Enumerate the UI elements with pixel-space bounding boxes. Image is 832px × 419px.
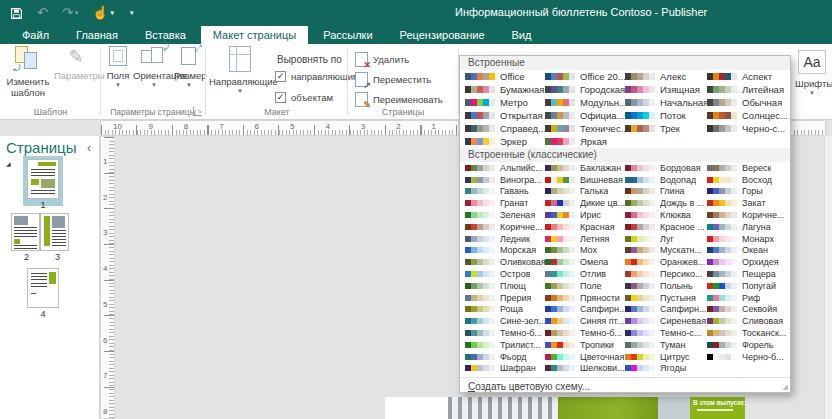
color-scheme-option[interactable]: Шелкови... <box>545 363 625 375</box>
vertical-scrollbar[interactable] <box>824 136 832 419</box>
color-scheme-option[interactable]: Шафран <box>465 363 545 375</box>
color-scheme-option[interactable]: Форель <box>707 339 791 351</box>
color-scheme-option[interactable]: Глина <box>625 186 707 198</box>
color-scheme-option[interactable]: Тропики <box>545 339 625 351</box>
color-scheme-option[interactable]: Сиреневая <box>625 315 707 327</box>
tab-mailings[interactable]: Рассылки <box>311 26 384 44</box>
color-scheme-option[interactable]: Омела <box>545 256 625 268</box>
color-scheme-option[interactable]: Открытая <box>465 109 545 122</box>
color-scheme-option[interactable]: Восход <box>707 174 791 186</box>
resize-handle-icon[interactable]: ◢ <box>783 383 788 391</box>
color-scheme-option[interactable]: Красная <box>545 221 625 233</box>
color-scheme-option[interactable]: Оливковая <box>465 256 545 268</box>
color-scheme-option[interactable]: Мох <box>545 245 625 257</box>
margins-button[interactable]: Поля ▾ <box>103 46 133 89</box>
page-thumbnail-4[interactable]: 4 <box>27 268 59 319</box>
color-scheme-option[interactable]: Полынь <box>625 280 707 292</box>
color-scheme-option[interactable]: Справед... <box>465 122 545 135</box>
page-setup-dialog-launcher-icon[interactable]: ↘ <box>193 107 202 116</box>
color-scheme-option[interactable]: Яркая <box>545 135 625 148</box>
page-thumbnail-2-3[interactable]: 2 3 <box>11 213 73 262</box>
color-scheme-option[interactable]: Трилист... <box>465 339 545 351</box>
color-scheme-option[interactable]: Виногра... <box>465 174 545 186</box>
color-scheme-option[interactable]: Черно-б... <box>707 351 791 363</box>
color-scheme-option[interactable]: Зеленая <box>465 209 545 221</box>
size-button[interactable]: ⤢ Размер ▾ <box>174 46 204 89</box>
touch-mouse-mode-button[interactable]: ☝▾ <box>92 3 114 23</box>
options-button[interactable]: ✎ Параметры <box>54 46 98 81</box>
color-scheme-option[interactable]: Гранат <box>465 197 545 209</box>
vertical-ruler[interactable]: 12345678 <box>100 136 115 419</box>
horizontal-ruler-right[interactable] <box>789 120 826 136</box>
color-scheme-option[interactable]: Горы <box>707 186 791 198</box>
color-scheme-option[interactable]: Office <box>465 70 545 83</box>
tab-page-design[interactable]: Макет страницы <box>201 26 308 44</box>
color-scheme-option[interactable]: Закат <box>707 197 791 209</box>
color-scheme-option[interactable]: Ягоды <box>625 363 707 375</box>
panel-options-icon[interactable]: ◢ <box>6 160 11 167</box>
color-scheme-option[interactable]: Цветочная <box>545 351 625 363</box>
color-scheme-option[interactable]: Остров <box>465 268 545 280</box>
rename-page-button[interactable]: ✎ Переименовать <box>355 90 443 108</box>
tab-home[interactable]: Главная <box>64 26 130 44</box>
undo-button[interactable]: ↶ <box>37 3 48 23</box>
color-scheme-option[interactable]: Тосканск... <box>707 327 791 339</box>
color-scheme-option[interactable]: Орхидея <box>707 256 791 268</box>
color-scheme-option[interactable]: Городская <box>545 83 625 96</box>
align-to-objects-checkbox[interactable]: ✓ объектам <box>275 92 333 103</box>
color-scheme-option[interactable]: Мускатн... <box>625 245 707 257</box>
page-thumbnail-1[interactable]: 1 <box>23 156 63 206</box>
color-scheme-option[interactable]: Секвойя <box>707 304 791 316</box>
color-scheme-option[interactable]: Поток <box>625 109 707 122</box>
color-scheme-option[interactable]: Пряности <box>545 292 625 304</box>
guides-button[interactable]: Направляющие ▾ <box>209 46 271 95</box>
color-scheme-option[interactable]: Клюква <box>625 209 707 221</box>
customize-qat-button[interactable]: ▾ <box>128 3 134 23</box>
color-scheme-option[interactable]: Океан <box>707 245 791 257</box>
color-scheme-option[interactable]: Office 20... <box>545 70 625 83</box>
color-scheme-option[interactable]: Темно-б... <box>545 327 625 339</box>
color-scheme-option[interactable]: Цитрус <box>625 351 707 363</box>
color-scheme-option[interactable]: Летняя <box>545 233 625 245</box>
color-scheme-option[interactable]: Поле <box>545 280 625 292</box>
color-scheme-option[interactable]: Водопад <box>625 174 707 186</box>
color-scheme-option[interactable]: Монарх <box>707 233 791 245</box>
color-scheme-option[interactable]: Риф <box>707 292 791 304</box>
color-scheme-option[interactable]: Гавань <box>465 186 545 198</box>
color-scheme-option[interactable]: Эркер <box>465 135 545 148</box>
color-scheme-option[interactable]: Пустыня <box>625 292 707 304</box>
color-scheme-option[interactable]: Начальная <box>625 96 707 109</box>
color-scheme-option[interactable]: Изящная <box>625 83 707 96</box>
color-scheme-option[interactable]: Сапфирн... <box>545 304 625 316</box>
tab-review[interactable]: Рецензирование <box>388 26 497 44</box>
color-scheme-option[interactable]: Аспект <box>707 70 791 83</box>
color-scheme-option[interactable]: Дождь в ... <box>625 197 707 209</box>
color-scheme-option[interactable]: Бордовая <box>625 162 707 174</box>
color-scheme-option[interactable]: Прерия <box>465 292 545 304</box>
color-scheme-option[interactable]: Ирис <box>545 209 625 221</box>
create-color-scheme-button[interactable]: Создать цветовую схему... <box>468 381 790 392</box>
color-scheme-option[interactable]: Сливовая <box>707 315 791 327</box>
color-scheme-option[interactable]: Оранжев... <box>625 256 707 268</box>
redo-button[interactable]: ↷▾ <box>62 3 78 23</box>
color-scheme-option[interactable]: Модульн... <box>545 96 625 109</box>
change-template-button[interactable]: ⤾ Изменить шаблон <box>4 46 52 98</box>
color-scheme-option[interactable]: Сине-зел... <box>465 315 545 327</box>
color-scheme-option[interactable]: Плющ <box>465 280 545 292</box>
color-scheme-option[interactable]: Баклажан <box>545 162 625 174</box>
color-scheme-option[interactable]: Техничес... <box>545 122 625 135</box>
color-scheme-option[interactable]: Литейная <box>707 83 791 96</box>
color-scheme-option[interactable]: Отлив <box>545 268 625 280</box>
color-scheme-option[interactable]: Фьорд <box>465 351 545 363</box>
color-scheme-option[interactable]: Пещера <box>707 268 791 280</box>
color-scheme-option[interactable]: Официа... <box>545 109 625 122</box>
color-scheme-option[interactable]: Попугай <box>707 280 791 292</box>
color-scheme-option[interactable]: Бумажная <box>465 83 545 96</box>
color-scheme-option[interactable]: Альпийс... <box>465 162 545 174</box>
color-scheme-option[interactable]: Дикие цв... <box>545 197 625 209</box>
color-scheme-option[interactable]: Красное ... <box>625 221 707 233</box>
horizontal-ruler[interactable]: 10987654321 <box>100 120 459 136</box>
color-scheme-option[interactable]: Обычная <box>707 96 791 109</box>
color-scheme-option[interactable]: Синяя пт... <box>545 315 625 327</box>
color-scheme-option[interactable]: Морская <box>465 245 545 257</box>
